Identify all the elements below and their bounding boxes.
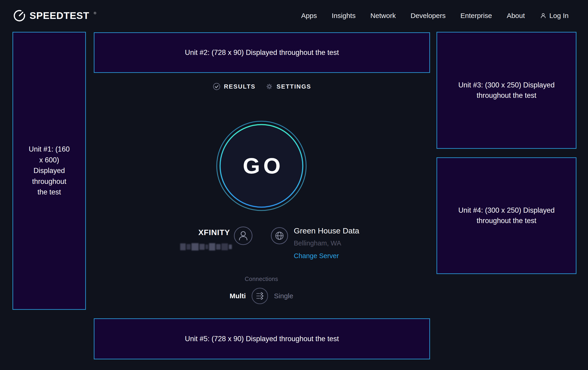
brand-wordmark: SPEEDTEST	[30, 10, 89, 21]
ad-unit-4-rectangle: Unit #4: (300 x 250) Displayed throughou…	[437, 157, 577, 274]
main-nav: Apps Insights Network Developers Enterpr…	[301, 12, 569, 20]
person-icon	[540, 12, 547, 19]
isp-info: XFINITY	[162, 227, 253, 245]
nav-item-network[interactable]: Network	[370, 12, 396, 20]
check-circle-icon	[213, 83, 220, 90]
tab-results-label: RESULTS	[224, 83, 256, 90]
speedtest-logo[interactable]: SPEEDTEST ®	[13, 9, 96, 22]
change-server-link[interactable]: Change Server	[294, 252, 359, 260]
gear-icon	[266, 83, 273, 90]
go-button[interactable]: GO	[216, 121, 307, 211]
globe-circle-icon	[271, 227, 288, 245]
multi-arrows-circle-icon[interactable]	[251, 287, 268, 304]
connections-multi-label[interactable]: Multi	[230, 292, 246, 300]
login-label: Log In	[549, 12, 569, 20]
nav-item-insights[interactable]: Insights	[332, 12, 356, 20]
connections-toggle-row: Multi Single	[215, 287, 308, 304]
person-circle-icon	[234, 226, 253, 245]
ad-unit-1-text: Unit #1: (160 x 600) Displayed throughou…	[27, 144, 72, 198]
tab-settings-label: SETTINGS	[276, 83, 311, 90]
server-text-block: Green House Data Bellingham, WA Change S…	[294, 226, 359, 260]
nav-item-developers[interactable]: Developers	[411, 12, 446, 20]
ad-unit-4-text: Unit #4: (300 x 250) Displayed throughou…	[458, 205, 555, 226]
isp-name: XFINITY	[198, 227, 230, 238]
nav-item-about[interactable]: About	[507, 12, 525, 20]
go-button-label: GO	[216, 121, 307, 211]
login-button[interactable]: Log In	[540, 12, 569, 20]
ad-unit-2-text: Unit #2: (728 x 90) Displayed throughout…	[185, 47, 339, 58]
server-location: Bellingham, WA	[294, 240, 359, 247]
results-settings-tabs: RESULTS SETTINGS	[94, 83, 430, 90]
connections-single-label[interactable]: Single	[274, 292, 293, 300]
server-name: Green House Data	[294, 226, 359, 236]
nav-item-apps[interactable]: Apps	[301, 12, 317, 20]
ad-unit-3-rectangle: Unit #3: (300 x 250) Displayed throughou…	[437, 32, 577, 149]
speedtest-gauge-icon	[13, 9, 26, 22]
brand-trademark: ®	[94, 11, 96, 15]
server-info: Green House Data Bellingham, WA Change S…	[271, 226, 359, 260]
ad-unit-3-text: Unit #3: (300 x 250) Displayed throughou…	[458, 80, 555, 101]
connections-label: Connections	[215, 276, 308, 282]
ad-unit-5-text: Unit #5: (728 x 90) Displayed throughout…	[185, 334, 339, 344]
ad-unit-1-skyscraper: Unit #1: (160 x 600) Displayed throughou…	[12, 32, 86, 310]
tab-results[interactable]: RESULTS	[213, 83, 256, 90]
ad-unit-2-leaderboard: Unit #2: (728 x 90) Displayed throughout…	[94, 32, 430, 73]
top-nav-bar: SPEEDTEST ® Apps Insights Network Develo…	[0, 0, 588, 31]
redacted-ip-address	[180, 243, 232, 251]
speedtest-page: SPEEDTEST ® Apps Insights Network Develo…	[0, 0, 588, 370]
nav-item-enterprise[interactable]: Enterprise	[460, 12, 492, 20]
ad-unit-5-leaderboard: Unit #5: (728 x 90) Displayed throughout…	[94, 318, 430, 359]
tab-settings[interactable]: SETTINGS	[266, 83, 311, 90]
